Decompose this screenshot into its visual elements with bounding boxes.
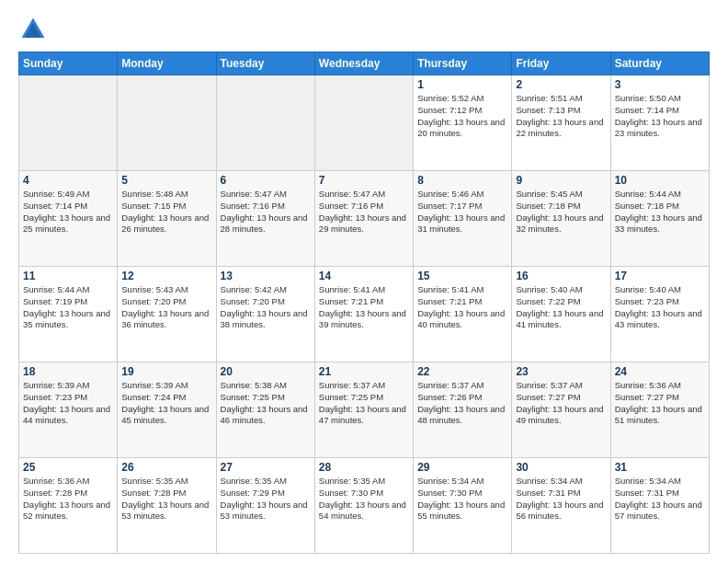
day-info: Sunrise: 5:35 AMSunset: 7:30 PMDaylight:…: [319, 476, 409, 523]
calendar-cell: 24 Sunrise: 5:36 AMSunset: 7:27 PMDaylig…: [610, 362, 709, 458]
day-info: Sunrise: 5:49 AMSunset: 7:14 PMDaylight:…: [23, 189, 113, 236]
calendar-cell: 28 Sunrise: 5:35 AMSunset: 7:30 PMDaylig…: [314, 458, 413, 554]
calendar-cell: 27 Sunrise: 5:35 AMSunset: 7:29 PMDaylig…: [216, 458, 314, 554]
calendar-cell: 7 Sunrise: 5:47 AMSunset: 7:16 PMDayligh…: [314, 171, 413, 267]
day-info: Sunrise: 5:43 AMSunset: 7:20 PMDaylight:…: [121, 284, 211, 331]
calendar-week-row: 1 Sunrise: 5:52 AMSunset: 7:12 PMDayligh…: [19, 75, 710, 171]
day-info: Sunrise: 5:47 AMSunset: 7:16 PMDaylight:…: [221, 189, 311, 236]
day-number: 4: [23, 174, 113, 187]
logo: [18, 15, 51, 44]
calendar-cell: 17 Sunrise: 5:40 AMSunset: 7:23 PMDaylig…: [610, 267, 709, 362]
calendar-cell: 19 Sunrise: 5:39 AMSunset: 7:24 PMDaylig…: [118, 362, 216, 458]
day-number: 15: [417, 270, 507, 282]
day-info: Sunrise: 5:35 AMSunset: 7:28 PMDaylight:…: [121, 476, 211, 523]
day-info: Sunrise: 5:41 AMSunset: 7:21 PMDaylight:…: [417, 284, 507, 331]
day-info: Sunrise: 5:34 AMSunset: 7:31 PMDaylight:…: [516, 476, 606, 523]
calendar-cell: 22 Sunrise: 5:37 AMSunset: 7:26 PMDaylig…: [414, 362, 512, 458]
calendar-cell: 16 Sunrise: 5:40 AMSunset: 7:22 PMDaylig…: [512, 267, 610, 362]
day-number: 30: [516, 461, 606, 474]
calendar-cell: 10 Sunrise: 5:44 AMSunset: 7:18 PMDaylig…: [610, 171, 709, 267]
header: [18, 15, 710, 44]
calendar-cell: 11 Sunrise: 5:44 AMSunset: 7:19 PMDaylig…: [19, 267, 118, 362]
day-info: Sunrise: 5:37 AMSunset: 7:27 PMDaylight:…: [516, 380, 606, 427]
calendar-cell: 5 Sunrise: 5:48 AMSunset: 7:15 PMDayligh…: [118, 171, 216, 267]
day-info: Sunrise: 5:51 AMSunset: 7:13 PMDaylight:…: [516, 93, 606, 140]
day-number: 16: [516, 270, 606, 282]
calendar-week-row: 18 Sunrise: 5:39 AMSunset: 7:23 PMDaylig…: [19, 362, 710, 458]
day-number: 26: [121, 461, 211, 474]
day-info: Sunrise: 5:35 AMSunset: 7:29 PMDaylight:…: [221, 476, 311, 523]
logo-icon: [18, 15, 48, 44]
weekday-header-row: SundayMondayTuesdayWednesdayThursdayFrid…: [19, 52, 710, 75]
day-number: 29: [417, 461, 507, 474]
calendar-cell: [118, 75, 216, 171]
day-info: Sunrise: 5:34 AMSunset: 7:31 PMDaylight:…: [615, 476, 705, 523]
day-number: 19: [121, 365, 211, 378]
day-info: Sunrise: 5:36 AMSunset: 7:28 PMDaylight:…: [23, 476, 113, 523]
calendar-cell: 23 Sunrise: 5:37 AMSunset: 7:27 PMDaylig…: [512, 362, 610, 458]
day-number: 20: [221, 365, 311, 378]
calendar-week-row: 4 Sunrise: 5:49 AMSunset: 7:14 PMDayligh…: [19, 171, 710, 267]
day-number: 24: [615, 365, 705, 378]
day-number: 31: [615, 461, 705, 474]
weekday-header: Thursday: [414, 52, 512, 75]
day-number: 14: [319, 270, 409, 282]
day-info: Sunrise: 5:39 AMSunset: 7:23 PMDaylight:…: [23, 380, 113, 427]
day-number: 1: [417, 78, 507, 91]
page: SundayMondayTuesdayWednesdayThursdayFrid…: [0, 0, 728, 563]
day-number: 28: [319, 461, 409, 474]
day-info: Sunrise: 5:37 AMSunset: 7:26 PMDaylight:…: [417, 380, 507, 427]
calendar-cell: 2 Sunrise: 5:51 AMSunset: 7:13 PMDayligh…: [512, 75, 610, 171]
calendar-cell: [216, 75, 314, 171]
calendar-cell: 26 Sunrise: 5:35 AMSunset: 7:28 PMDaylig…: [118, 458, 216, 554]
calendar-cell: 21 Sunrise: 5:37 AMSunset: 7:25 PMDaylig…: [314, 362, 413, 458]
day-info: Sunrise: 5:45 AMSunset: 7:18 PMDaylight:…: [516, 189, 606, 236]
weekday-header: Tuesday: [216, 52, 314, 75]
calendar-cell: 13 Sunrise: 5:42 AMSunset: 7:20 PMDaylig…: [216, 267, 314, 362]
day-number: 6: [221, 174, 311, 187]
calendar-cell: [314, 75, 413, 171]
day-number: 9: [516, 174, 606, 187]
day-info: Sunrise: 5:37 AMSunset: 7:25 PMDaylight:…: [319, 380, 409, 427]
weekday-header: Wednesday: [314, 52, 413, 75]
calendar-cell: 6 Sunrise: 5:47 AMSunset: 7:16 PMDayligh…: [216, 171, 314, 267]
calendar-cell: 18 Sunrise: 5:39 AMSunset: 7:23 PMDaylig…: [19, 362, 118, 458]
day-number: 2: [516, 78, 606, 91]
calendar-cell: [19, 75, 118, 171]
day-number: 27: [221, 461, 311, 474]
day-info: Sunrise: 5:44 AMSunset: 7:19 PMDaylight:…: [23, 284, 113, 331]
calendar-cell: 15 Sunrise: 5:41 AMSunset: 7:21 PMDaylig…: [414, 267, 512, 362]
day-info: Sunrise: 5:40 AMSunset: 7:22 PMDaylight:…: [516, 284, 606, 331]
day-info: Sunrise: 5:34 AMSunset: 7:30 PMDaylight:…: [417, 476, 507, 523]
calendar-cell: 30 Sunrise: 5:34 AMSunset: 7:31 PMDaylig…: [512, 458, 610, 554]
day-info: Sunrise: 5:44 AMSunset: 7:18 PMDaylight:…: [615, 189, 705, 236]
calendar-cell: 25 Sunrise: 5:36 AMSunset: 7:28 PMDaylig…: [19, 458, 118, 554]
day-number: 13: [221, 270, 311, 282]
day-number: 22: [417, 365, 507, 378]
calendar-week-row: 11 Sunrise: 5:44 AMSunset: 7:19 PMDaylig…: [19, 267, 710, 362]
day-number: 7: [319, 174, 409, 187]
day-number: 12: [121, 270, 211, 282]
weekday-header: Monday: [118, 52, 216, 75]
day-info: Sunrise: 5:41 AMSunset: 7:21 PMDaylight:…: [319, 284, 409, 331]
calendar-week-row: 25 Sunrise: 5:36 AMSunset: 7:28 PMDaylig…: [19, 458, 710, 554]
calendar-cell: 4 Sunrise: 5:49 AMSunset: 7:14 PMDayligh…: [19, 171, 118, 267]
day-info: Sunrise: 5:39 AMSunset: 7:24 PMDaylight:…: [121, 380, 211, 427]
calendar-cell: 31 Sunrise: 5:34 AMSunset: 7:31 PMDaylig…: [610, 458, 709, 554]
day-info: Sunrise: 5:42 AMSunset: 7:20 PMDaylight:…: [221, 284, 311, 331]
day-number: 11: [23, 270, 113, 282]
calendar-cell: 12 Sunrise: 5:43 AMSunset: 7:20 PMDaylig…: [118, 267, 216, 362]
weekday-header: Friday: [512, 52, 610, 75]
day-info: Sunrise: 5:38 AMSunset: 7:25 PMDaylight:…: [221, 380, 311, 427]
day-number: 23: [516, 365, 606, 378]
day-number: 17: [615, 270, 705, 282]
weekday-header: Sunday: [19, 52, 118, 75]
day-info: Sunrise: 5:46 AMSunset: 7:17 PMDaylight:…: [417, 189, 507, 236]
calendar-cell: 1 Sunrise: 5:52 AMSunset: 7:12 PMDayligh…: [414, 75, 512, 171]
calendar-cell: 9 Sunrise: 5:45 AMSunset: 7:18 PMDayligh…: [512, 171, 610, 267]
day-info: Sunrise: 5:50 AMSunset: 7:14 PMDaylight:…: [615, 93, 705, 140]
day-info: Sunrise: 5:48 AMSunset: 7:15 PMDaylight:…: [121, 189, 211, 236]
day-number: 5: [121, 174, 211, 187]
day-number: 21: [319, 365, 409, 378]
day-info: Sunrise: 5:52 AMSunset: 7:12 PMDaylight:…: [417, 93, 507, 140]
